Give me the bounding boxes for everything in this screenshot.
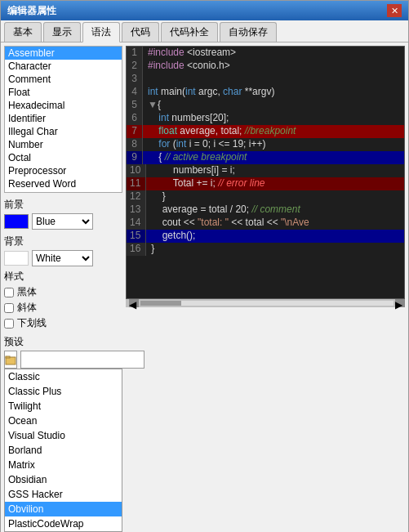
- line-num-1: 1: [127, 47, 143, 60]
- background-dropdown-wrapper: White Black Blue: [32, 250, 93, 266]
- preset-item-classic[interactable]: Classic: [5, 369, 122, 384]
- bold-label: 黑体: [17, 285, 37, 299]
- code-line-7: 7 float average, total; //breakpoint: [127, 125, 404, 138]
- code-line-5: 5 ▼{: [127, 99, 404, 112]
- list-item-illegal-char[interactable]: Illegal Char: [5, 125, 122, 138]
- code-line-1: 1 #include <iostream>: [127, 47, 404, 60]
- bold-row: 黑体: [4, 285, 122, 299]
- preset-item-twilight[interactable]: Twilight: [5, 399, 122, 414]
- code-line-14: 14 cout << "total: " << total << "\nAve: [127, 217, 404, 230]
- tab-bar: 基本 显示 语法 代码 代码补全 自动保存: [1, 20, 408, 42]
- foreground-row: Blue Black Red White: [4, 213, 122, 230]
- line-content-11: Total += i; // error line: [146, 177, 265, 190]
- preset-icon-button[interactable]: [4, 351, 17, 369]
- scroll-left[interactable]: ◀: [129, 299, 139, 307]
- italic-checkbox[interactable]: [4, 303, 14, 313]
- code-line-13: 13 average = total / 20; // comment: [127, 203, 404, 217]
- tab-display[interactable]: 显示: [43, 22, 81, 42]
- line-content-12: }: [146, 190, 165, 203]
- line-num-3: 3: [127, 73, 143, 86]
- preset-item-obsidian[interactable]: Obsidian: [5, 472, 122, 487]
- tab-autosave[interactable]: 自动保存: [220, 22, 277, 42]
- line-content-9: { // active breakpoint: [143, 151, 247, 164]
- code-line-11: 11 Total += i; // error line: [127, 177, 404, 190]
- line-num-4: 4: [127, 86, 143, 99]
- tab-autocomplete[interactable]: 代码补全: [161, 22, 218, 42]
- folder-icon: [5, 354, 16, 365]
- line-num-11: 11: [127, 177, 146, 190]
- background-color-box[interactable]: [4, 251, 29, 266]
- code-line-9: 9 { // active breakpoint: [127, 151, 404, 164]
- right-panel: 1 #include <iostream> 2 #include <conio.…: [126, 46, 405, 532]
- underline-row: 下划线: [4, 316, 122, 330]
- window-title: 编辑器属性: [7, 4, 56, 18]
- bold-checkbox[interactable]: [4, 288, 14, 297]
- line-content-14: cout << "total: " << total << "\nAve: [146, 217, 309, 230]
- line-num-7: 7: [127, 125, 143, 138]
- preset-item-gss-hacker[interactable]: GSS Hacker: [5, 487, 122, 502]
- list-item-hexadecimal[interactable]: Hexadecimal: [5, 99, 122, 112]
- tab-syntax[interactable]: 语法: [82, 22, 120, 42]
- tab-code[interactable]: 代码: [122, 22, 159, 42]
- code-line-10: 10 numbers[i] = i;: [127, 164, 404, 177]
- preset-item-visual-studio[interactable]: Visual Studio: [5, 428, 122, 443]
- preset-list[interactable]: Classic Classic Plus Twilight Ocean Visu…: [4, 369, 122, 532]
- code-panel[interactable]: 1 #include <iostream> 2 #include <conio.…: [126, 46, 405, 299]
- line-num-15: 15: [127, 230, 146, 243]
- line-num-16: 16: [127, 243, 146, 256]
- line-content-2: #include <conio.h>: [143, 60, 230, 73]
- preset-item-matrix[interactable]: Matrix: [5, 458, 122, 472]
- list-item-float[interactable]: Float: [5, 86, 122, 99]
- line-content-4: int main(int argc, char **argv): [143, 86, 274, 99]
- list-item-reserved-word[interactable]: Reserved Word: [5, 177, 122, 190]
- svg-rect-1: [6, 356, 10, 358]
- line-num-8: 8: [127, 138, 143, 151]
- code-line-6: 6 int numbers[20];: [127, 112, 404, 125]
- code-line-15: 15 getch();: [127, 230, 404, 243]
- line-content-8: for (int i = 0; i <= 19; i++): [143, 138, 265, 151]
- preset-item-borland[interactable]: Borland: [5, 443, 122, 458]
- foreground-color-box[interactable]: [4, 214, 29, 229]
- foreground-color-select[interactable]: Blue Black Red White: [32, 213, 93, 230]
- foreground-label: 前景: [4, 198, 122, 212]
- scroll-thumb[interactable]: [140, 301, 181, 306]
- list-item-character[interactable]: Character: [5, 60, 122, 73]
- main-window: 编辑器属性 ✕ 基本 显示 语法 代码 代码补全 自动保存 Assembler …: [0, 0, 409, 532]
- list-item-number[interactable]: Number: [5, 138, 122, 151]
- close-button[interactable]: ✕: [387, 4, 402, 17]
- background-color-select[interactable]: White Black Blue: [32, 250, 93, 266]
- underline-checkbox[interactable]: [4, 319, 14, 329]
- list-item-octal[interactable]: Octal: [5, 151, 122, 164]
- list-item-assembler[interactable]: Assembler: [5, 47, 122, 60]
- scroll-right[interactable]: ▶: [395, 299, 405, 307]
- line-num-6: 6: [127, 112, 143, 125]
- line-num-2: 2: [127, 60, 143, 73]
- scroll-track: [140, 301, 393, 306]
- code-scrollbar[interactable]: ◀ ▶: [126, 299, 405, 307]
- line-num-10: 10: [127, 164, 146, 177]
- line-num-13: 13: [127, 203, 146, 217]
- preset-item-classic-plus[interactable]: Classic Plus: [5, 384, 122, 399]
- foreground-dropdown-wrapper: Blue Black Red White: [32, 213, 93, 230]
- syntax-list[interactable]: Assembler Character Comment Float Hexade…: [4, 46, 122, 193]
- underline-label: 下划线: [17, 316, 47, 330]
- code-line-2: 2 #include <conio.h>: [127, 60, 404, 73]
- list-item-preprocessor[interactable]: Preprocessor: [5, 164, 122, 177]
- code-line-12: 12 }: [127, 190, 404, 203]
- list-item-identifier[interactable]: Identifier: [5, 112, 122, 125]
- code-line-8: 8 for (int i = 0; i <= 19; i++): [127, 138, 404, 151]
- line-content-7: float average, total; //breakpoint: [143, 125, 296, 138]
- preset-item-ocean[interactable]: Ocean: [5, 414, 122, 428]
- line-content-5: ▼{: [143, 99, 161, 112]
- line-content-3: [143, 73, 148, 86]
- preset-list-container: Classic Classic Plus Twilight Ocean Visu…: [4, 369, 122, 532]
- preset-label: 预设: [4, 335, 122, 349]
- line-content-16: }: [146, 243, 154, 256]
- tab-basic[interactable]: 基本: [4, 22, 42, 42]
- list-item-comment[interactable]: Comment: [5, 73, 122, 86]
- line-num-12: 12: [127, 190, 146, 203]
- preset-item-obvilion[interactable]: Obvilion: [5, 502, 122, 516]
- italic-row: 斜体: [4, 301, 122, 315]
- preset-item-plastic-code-wrap[interactable]: PlasticCodeWrap: [5, 516, 122, 531]
- line-num-14: 14: [127, 217, 146, 230]
